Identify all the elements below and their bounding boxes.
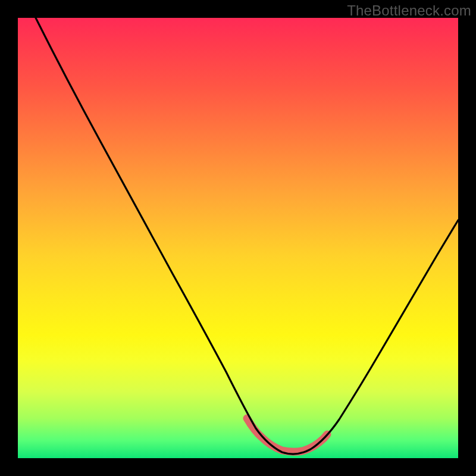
- mismatch-curve: [36, 18, 458, 454]
- chart-frame: TheBottleneck.com: [0, 0, 476, 476]
- watermark-text: TheBottleneck.com: [347, 2, 471, 19]
- curve-layer: [18, 18, 458, 458]
- plot-area: [18, 18, 458, 458]
